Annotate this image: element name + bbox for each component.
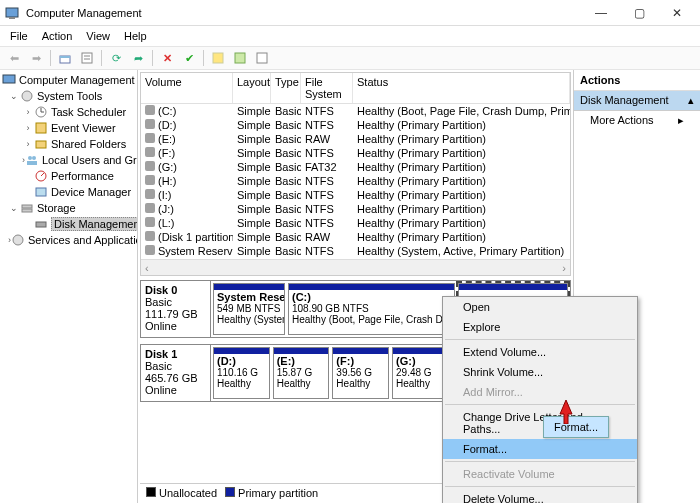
properties-button[interactable] (77, 48, 97, 68)
tree-performance[interactable]: Performance (51, 170, 114, 182)
list-button[interactable] (252, 48, 272, 68)
menu-help[interactable]: Help (118, 28, 153, 44)
ctx-format[interactable]: Format... (443, 439, 637, 459)
tree-services[interactable]: Services and Applications (28, 234, 138, 246)
volume-row[interactable]: (G:)SimpleBasicFAT32Healthy (Primary Par… (141, 160, 570, 174)
window-title: Computer Management (26, 7, 582, 19)
svg-rect-9 (257, 53, 267, 63)
up-button[interactable] (55, 48, 75, 68)
svg-point-17 (28, 156, 32, 160)
svg-rect-23 (22, 205, 32, 208)
volume-row[interactable]: (L:)SimpleBasicNTFSHealthy (Primary Part… (141, 216, 570, 230)
device-icon (34, 185, 48, 199)
chevron-right-icon[interactable]: › (22, 139, 34, 149)
tree-system-tools[interactable]: System Tools (37, 90, 102, 102)
col-filesystem[interactable]: File System (301, 73, 353, 103)
volume-row[interactable]: (D:)SimpleBasicNTFSHealthy (Primary Part… (141, 118, 570, 132)
disk-info[interactable]: Disk 0Basic111.79 GBOnline (141, 281, 211, 337)
ctx-explore[interactable]: Explore (443, 317, 637, 337)
ctx-open[interactable]: Open (443, 297, 637, 317)
menu-bar: File Action View Help (0, 26, 700, 46)
delete-button[interactable]: ✕ (157, 48, 177, 68)
ctx-add-mirror: Add Mirror... (443, 382, 637, 402)
col-type[interactable]: Type (271, 73, 301, 103)
partition[interactable]: (D:)110.16 GHealthy (213, 347, 270, 399)
chevron-right-icon[interactable]: › (22, 107, 34, 117)
check-button[interactable]: ✔ (179, 48, 199, 68)
ctx-delete[interactable]: Delete Volume... (443, 489, 637, 503)
volume-list[interactable]: Volume Layout Type File System Status (C… (140, 72, 571, 276)
volume-row[interactable]: (F:)SimpleBasicNTFSHealthy (Primary Part… (141, 146, 570, 160)
performance-icon (34, 169, 48, 183)
folder-icon (34, 137, 48, 151)
col-status[interactable]: Status (353, 73, 570, 103)
ctx-shrink[interactable]: Shrink Volume... (443, 362, 637, 382)
svg-rect-3 (60, 56, 70, 58)
menu-view[interactable]: View (80, 28, 116, 44)
close-button[interactable]: ✕ (658, 2, 696, 24)
svg-point-11 (22, 91, 32, 101)
volume-row[interactable]: (H:)SimpleBasicNTFSHealthy (Primary Part… (141, 174, 570, 188)
partition[interactable]: (G:)29.48 GHealthy (392, 347, 449, 399)
help-button[interactable] (208, 48, 228, 68)
volume-row[interactable]: (E:)SimpleBasicRAWHealthy (Primary Parti… (141, 132, 570, 146)
tree-local-users[interactable]: Local Users and Groups (42, 154, 138, 166)
volume-row[interactable]: (Disk 1 partition 2)SimpleBasicRAWHealth… (141, 230, 570, 244)
svg-rect-8 (235, 53, 245, 63)
tree-storage[interactable]: Storage (37, 202, 76, 214)
refresh-button[interactable]: ⟳ (106, 48, 126, 68)
actions-more[interactable]: More Actions▸ (574, 111, 700, 130)
svg-rect-1 (9, 17, 15, 19)
col-volume[interactable]: Volume (141, 73, 233, 103)
chevron-down-icon[interactable]: ⌄ (8, 203, 20, 213)
services-icon (11, 233, 25, 247)
ctx-reactivate: Reactivate Volume (443, 464, 637, 484)
tree-disk-management[interactable]: Disk Management (51, 217, 138, 231)
minimize-button[interactable]: — (582, 2, 620, 24)
users-icon (25, 153, 39, 167)
svg-point-18 (32, 156, 36, 160)
chevron-right-icon[interactable]: › (22, 123, 34, 133)
event-icon (34, 121, 48, 135)
horizontal-scrollbar[interactable]: ‹› (141, 259, 570, 275)
volume-row[interactable]: (C:)SimpleBasicNTFSHealthy (Boot, Page F… (141, 104, 570, 118)
chevron-down-icon[interactable]: ⌄ (8, 91, 20, 101)
svg-rect-24 (22, 209, 32, 212)
volume-row[interactable]: System Reserved (K:)SimpleBasicNTFSHealt… (141, 244, 570, 258)
action-button[interactable] (230, 48, 250, 68)
partition[interactable]: (C:)108.90 GB NTFSHealthy (Boot, Page Fi… (288, 283, 455, 335)
col-layout[interactable]: Layout (233, 73, 271, 103)
back-button[interactable]: ⬅ (4, 48, 24, 68)
svg-rect-19 (27, 161, 37, 165)
chevron-up-icon: ▴ (688, 94, 694, 107)
context-menu: Open Explore Extend Volume... Shrink Vol… (442, 296, 638, 503)
menu-action[interactable]: Action (36, 28, 79, 44)
svg-rect-4 (82, 53, 92, 63)
forward-button[interactable]: ➡ (26, 48, 46, 68)
tree-task-scheduler[interactable]: Task Scheduler (51, 106, 126, 118)
maximize-button[interactable]: ▢ (620, 2, 658, 24)
actions-header: Actions (574, 70, 700, 91)
volume-row[interactable]: (J:)SimpleBasicNTFSHealthy (Primary Part… (141, 202, 570, 216)
disk-info[interactable]: Disk 1Basic465.76 GBOnline (141, 345, 211, 401)
svg-rect-15 (36, 123, 46, 133)
pointer-arrow-icon (556, 400, 576, 424)
tools-icon (20, 89, 34, 103)
partition[interactable]: (E:)15.87 GHealthy (273, 347, 330, 399)
volume-row[interactable]: (I:)SimpleBasicNTFSHealthy (Primary Part… (141, 188, 570, 202)
svg-marker-27 (560, 400, 572, 424)
svg-rect-10 (3, 75, 15, 83)
tree-shared-folders[interactable]: Shared Folders (51, 138, 126, 150)
tree-event-viewer[interactable]: Event Viewer (51, 122, 116, 134)
menu-file[interactable]: File (4, 28, 34, 44)
tree-device-manager[interactable]: Device Manager (51, 186, 131, 198)
partition[interactable]: (F:)39.56 GHealthy (332, 347, 389, 399)
ctx-extend[interactable]: Extend Volume... (443, 342, 637, 362)
tree-root[interactable]: Computer Management (Local (19, 74, 138, 86)
partition[interactable]: System Reserve549 MB NTFSHealthy (System… (213, 283, 285, 335)
nav-tree[interactable]: Computer Management (Local ⌄ System Tool… (0, 70, 138, 503)
volume-list-header[interactable]: Volume Layout Type File System Status (141, 73, 570, 104)
actions-disk-management[interactable]: Disk Management▴ (574, 91, 700, 111)
toolbar: ⬅ ➡ ⟳ ➦ ✕ ✔ (0, 46, 700, 70)
export-button[interactable]: ➦ (128, 48, 148, 68)
